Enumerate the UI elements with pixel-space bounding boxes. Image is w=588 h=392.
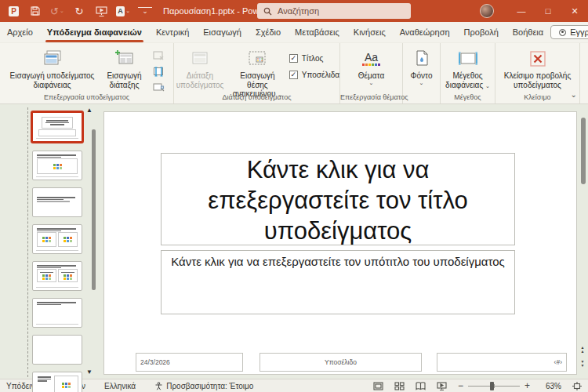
insert-placeholder-icon bbox=[246, 48, 268, 70]
insert-slide-master-button[interactable]: Εισαγωγή υποδείγματος διαφάνειας bbox=[5, 46, 100, 89]
close-master-button[interactable]: Κλείσιμο προβολής υποδείγματος bbox=[497, 46, 579, 89]
zoom-slider-thumb[interactable] bbox=[490, 382, 494, 390]
normal-view-icon[interactable] bbox=[373, 382, 383, 390]
thumbnail-section-header[interactable] bbox=[32, 187, 82, 217]
insert-placeholder-button[interactable]: Εισαγωγή θέσης αντικειμένου ⌄ bbox=[226, 46, 289, 99]
thumbnail-preview bbox=[33, 151, 82, 180]
maximize-button[interactable]: □ bbox=[535, 0, 561, 22]
thumbnail-preview bbox=[33, 336, 82, 364]
text-style-icon[interactable]: A⌄ bbox=[116, 4, 130, 18]
vertical-scrollbar[interactable] bbox=[581, 118, 586, 184]
redo-icon[interactable]: ↻ bbox=[72, 4, 86, 18]
insert-layout-button[interactable]: Εισαγωγή διάταξης bbox=[100, 46, 149, 89]
close-button[interactable]: ✕ bbox=[561, 0, 588, 22]
thumbnail-preview bbox=[33, 188, 82, 216]
statusbar-language[interactable]: Ελληνικά bbox=[104, 382, 136, 390]
scroll-up-icon[interactable]: ▲ bbox=[86, 107, 93, 114]
ribbon-tabs: ΑρχείοΥπόδειγμα διαφανειώνΚεντρικήΕισαγω… bbox=[0, 22, 550, 43]
ribbon-collapse-icon[interactable]: ⌄ bbox=[571, 90, 577, 99]
group-close: Κλείσιμο προβολής υποδείγματος Κλείσιμο bbox=[495, 43, 580, 103]
thumbnail-title-slide[interactable] bbox=[31, 111, 84, 143]
minimize-button[interactable]: — bbox=[508, 0, 535, 22]
thumbnail-comparison[interactable] bbox=[32, 261, 82, 291]
panel-scrollbar[interactable] bbox=[92, 129, 96, 290]
group-edit-master: Εισαγωγή υποδείγματος διαφάνειας Εισαγωγ… bbox=[0, 43, 174, 103]
zoom-out-button[interactable]: − bbox=[458, 382, 463, 390]
accessibility-label: Προσβασιμότητα: Έτοιμο bbox=[166, 382, 253, 390]
save-icon[interactable] bbox=[28, 4, 42, 18]
fit-to-window-icon[interactable] bbox=[572, 382, 582, 390]
thumbnail-caption[interactable] bbox=[32, 372, 82, 392]
group-label-edit-theme: Επεξεργασία θέματος bbox=[340, 93, 402, 101]
background-button[interactable]: Φόντο ⌄ bbox=[405, 46, 439, 85]
master-layout-button[interactable]: Διάταξη υποδείγματος bbox=[174, 46, 226, 89]
ribbon-tab-row: ΑρχείοΥπόδειγμα διαφανειώνΚεντρικήΕισαγω… bbox=[0, 22, 588, 43]
subtitle-placeholder[interactable]: Κάντε κλικ για να επεξεργαστείτε τον υπό… bbox=[161, 250, 515, 314]
checkbox-footers[interactable]: ✓ Υποσέλιδα bbox=[289, 71, 339, 79]
tab-view[interactable]: Προβολή bbox=[457, 22, 506, 43]
tab-review[interactable]: Αναθεώρηση bbox=[393, 22, 457, 43]
zoom-in-button[interactable]: + bbox=[524, 382, 530, 390]
accessibility-status[interactable]: Προσβασιμότητα: Έτοιμο bbox=[154, 382, 253, 390]
thumbnail-title-content[interactable] bbox=[32, 151, 82, 180]
footer-placeholder[interactable]: Υποσέλιδο bbox=[260, 353, 422, 372]
reading-view-icon[interactable] bbox=[416, 382, 426, 390]
thumbnail-list bbox=[32, 111, 84, 392]
tab-insert[interactable]: Εισαγωγή bbox=[196, 22, 249, 43]
search-input[interactable]: Αναζήτηση bbox=[257, 3, 411, 19]
tab-file[interactable]: Αρχείο bbox=[0, 22, 40, 43]
thumbnail-blank[interactable] bbox=[32, 335, 82, 365]
insert-layout-icon bbox=[114, 48, 135, 70]
checkbox-checked-icon: ✓ bbox=[289, 71, 298, 79]
checkbox-footers-label: Υποσέλιδα bbox=[302, 71, 339, 79]
slide-number-placeholder[interactable]: ‹#› bbox=[437, 353, 567, 372]
tab-animations[interactable]: Κινήσεις bbox=[347, 22, 393, 43]
checkbox-title[interactable]: ✓ Τίτλος bbox=[289, 54, 339, 63]
undo-icon[interactable]: ↺⌄ bbox=[50, 4, 64, 18]
master-layout-icon bbox=[190, 48, 210, 70]
rename-icon[interactable] bbox=[152, 65, 166, 78]
slideshow-icon[interactable] bbox=[94, 4, 108, 18]
group-edit-theme: Aa Θέματα ⌄ Επεξεργασία θέματος bbox=[340, 43, 403, 103]
preserve-icon[interactable] bbox=[152, 81, 166, 93]
themes-button[interactable]: Aa Θέματα ⌄ bbox=[349, 46, 394, 85]
master-layout-label: Διάταξη υποδείγματος bbox=[176, 71, 224, 89]
qat-overflow-icon[interactable]: ⌄ bbox=[138, 7, 152, 16]
next-slide-button[interactable]: ▼▼ bbox=[579, 360, 586, 371]
svg-text:P: P bbox=[11, 7, 16, 16]
thumbnail-title-only[interactable] bbox=[32, 298, 82, 328]
insert-slide-master-label: Εισαγωγή υποδείγματος διαφάνειας bbox=[8, 71, 97, 89]
delete-slide-icon[interactable] bbox=[152, 49, 166, 62]
date-placeholder[interactable]: 24/3/2026 bbox=[136, 353, 243, 372]
slide-sorter-icon[interactable] bbox=[394, 382, 405, 390]
zoom-level[interactable]: 63% bbox=[541, 382, 561, 390]
scroll-down-icon[interactable]: ▼ bbox=[86, 369, 93, 376]
tab-help[interactable]: Βοήθεια bbox=[506, 22, 550, 43]
titlebar: P ↺⌄ ↻ A⌄ ⌄ Παρουσίαση1.pptx - PowerP...… bbox=[0, 0, 588, 22]
title-placeholder-text: Κάντε κλικ για να επεξεργαστείτε τον τίτ… bbox=[169, 154, 506, 246]
thumbnail-preview bbox=[33, 113, 82, 141]
powerpoint-logo-icon[interactable]: P bbox=[6, 4, 20, 18]
slideshow-view-icon[interactable] bbox=[437, 382, 447, 390]
themes-aa-icon: Aa bbox=[362, 48, 380, 70]
checkbox-checked-icon: ✓ bbox=[289, 54, 298, 63]
slide-canvas: Κάντε κλικ για να επεξεργαστείτε τον τίτ… bbox=[98, 104, 588, 379]
zoom-control: − + bbox=[458, 382, 530, 390]
thumbnail-two-content[interactable] bbox=[32, 224, 82, 254]
previous-slide-button[interactable]: ▲▲ bbox=[579, 346, 586, 357]
zoom-slider[interactable] bbox=[468, 386, 520, 387]
record-button[interactable]: Εγγραφή bbox=[550, 25, 588, 39]
slide-size-label: Μέγεθος διαφάνειας ⌄ bbox=[445, 71, 491, 89]
thumbnail-preview bbox=[33, 299, 82, 327]
account-avatar[interactable] bbox=[480, 4, 494, 18]
slide-editing-surface[interactable]: Κάντε κλικ για να επεξεργαστείτε τον τίτ… bbox=[103, 111, 577, 375]
tab-transitions[interactable]: Μεταβάσεις bbox=[288, 22, 347, 43]
slide-number-text: ‹#› bbox=[554, 358, 562, 366]
search-icon bbox=[263, 7, 272, 16]
tab-slide-master[interactable]: Υπόδειγμα διαφανειών bbox=[40, 22, 149, 43]
title-placeholder[interactable]: Κάντε κλικ για να επεξεργαστείτε τον τίτ… bbox=[161, 153, 515, 245]
group-size: Μέγεθος διαφάνειας ⌄ Μέγεθος bbox=[441, 43, 495, 103]
tab-home[interactable]: Κεντρική bbox=[149, 22, 196, 43]
tab-design[interactable]: Σχέδιο bbox=[249, 22, 288, 43]
slide-size-button[interactable]: Μέγεθος διαφάνειας ⌄ bbox=[442, 46, 494, 89]
